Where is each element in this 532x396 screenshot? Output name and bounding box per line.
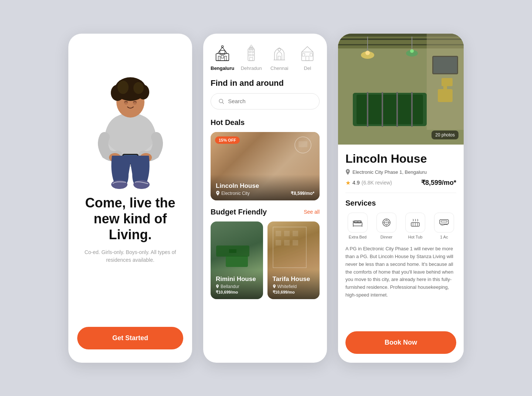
hot-deal-name: Lincoln House xyxy=(216,182,259,190)
svg-point-62 xyxy=(410,49,414,53)
location-icon-detail xyxy=(345,169,350,175)
dinner-icon-box xyxy=(376,213,396,233)
svg-rect-64 xyxy=(357,95,423,124)
tarifa-card[interactable]: Tarifa House Whitefield ₹10,699/mo xyxy=(267,221,320,299)
service-extra-bed: Extra Bed xyxy=(345,213,370,239)
book-now-button[interactable]: Book Now xyxy=(345,331,456,354)
property-hero-svg xyxy=(338,34,464,145)
off-badge: 15% OFF xyxy=(215,136,240,144)
find-label: Find in and around xyxy=(211,78,320,88)
service-ac: 1 Ac xyxy=(432,213,456,239)
divider xyxy=(345,193,456,193)
hot-tub-icon xyxy=(410,218,420,227)
property-hero: 20 photos xyxy=(338,34,464,145)
budget-header: Budget Friendly See all xyxy=(211,208,320,216)
hot-tub-label: Hot Tub xyxy=(408,235,423,239)
city-tab-bengaluru[interactable]: Bengaluru xyxy=(211,44,234,71)
price: ₹8,599/mo* xyxy=(421,179,456,187)
svg-rect-30 xyxy=(252,54,253,55)
chennai-label: Chennai xyxy=(270,65,288,71)
deal-decoration xyxy=(292,136,314,156)
hot-deal-card[interactable]: 15% OFF Lincoln House Electronic City ₹8… xyxy=(211,132,320,200)
tagline: Come, live the new kind of Living. xyxy=(77,195,183,243)
hot-deal-price: ₹8,599/mo* xyxy=(291,191,314,196)
delhi-icon xyxy=(298,44,317,63)
svg-point-14 xyxy=(111,180,127,189)
svg-rect-42 xyxy=(299,141,307,147)
search-input[interactable] xyxy=(228,98,312,104)
rating-price-row: ★ 4.9 (6.8K review) ₹8,599/mo* xyxy=(345,179,456,187)
svg-rect-34 xyxy=(278,56,281,60)
extra-bed-icon-box xyxy=(348,213,368,233)
hot-deal-info: Lincoln House Electronic City xyxy=(216,182,259,196)
hot-deals-title: Hot Deals xyxy=(211,118,320,127)
dehradun-label: Dehradun xyxy=(241,65,262,71)
property-details: Lincoln House Electronic City Phase 1, B… xyxy=(338,145,464,363)
hot-deal-loc-text: Electronic City xyxy=(221,191,250,196)
pool-table-icon xyxy=(214,242,251,260)
svg-rect-48 xyxy=(293,231,298,236)
city-tab-dehradun[interactable]: Dehradun xyxy=(240,44,262,71)
dehradun-icon xyxy=(242,44,261,63)
rimini-info: Rimini House Bellandur ₹10,699/mo xyxy=(216,275,256,295)
svg-rect-28 xyxy=(252,51,253,53)
svg-rect-91 xyxy=(441,221,447,222)
svg-point-59 xyxy=(365,51,370,55)
hero-image xyxy=(77,34,183,189)
see-all-button[interactable]: See all xyxy=(304,209,320,215)
rimini-card[interactable]: Rimini House Bellandur ₹10,699/mo xyxy=(211,221,263,299)
svg-rect-24 xyxy=(249,47,253,50)
svg-rect-27 xyxy=(249,51,250,53)
get-started-button[interactable]: Get Started xyxy=(77,327,183,349)
svg-rect-44 xyxy=(229,249,236,253)
svg-rect-74 xyxy=(427,34,464,130)
svg-rect-49 xyxy=(276,240,281,246)
budget-title: Budget Friendly xyxy=(211,208,267,216)
screens-container: Come, live the new kind of Living. Co-ed… xyxy=(54,19,478,378)
location-icon-rimini xyxy=(216,284,219,288)
city-tab-chennai[interactable]: Chennai xyxy=(268,44,290,71)
rimini-name: Rimini House xyxy=(216,275,256,283)
building-decoration xyxy=(271,225,308,270)
service-dinner: Dinner xyxy=(374,213,399,239)
extra-bed-label: Extra Bed xyxy=(349,235,366,239)
bed-icon xyxy=(352,219,363,227)
svg-rect-36 xyxy=(306,56,309,60)
photos-badge: 20 photos xyxy=(432,131,458,139)
property-name: Lincoln House xyxy=(345,152,456,166)
rimini-location: Bellandur xyxy=(216,284,256,289)
chennai-icon xyxy=(270,44,289,63)
rating: ★ 4.9 (6.8K review) xyxy=(345,179,392,186)
city-tab-delhi[interactable]: Del xyxy=(296,44,318,71)
dinner-label: Dinner xyxy=(381,235,392,239)
svg-rect-51 xyxy=(293,240,298,246)
services-grid: Extra Bed Dinner xyxy=(345,213,456,239)
svg-line-40 xyxy=(222,102,224,104)
tarifa-location: Whitefield xyxy=(273,284,310,289)
bengaluru-label: Bengaluru xyxy=(211,65,234,71)
hot-tub-icon-box xyxy=(405,213,425,233)
search-icon xyxy=(218,98,224,105)
svg-rect-16 xyxy=(216,54,229,61)
person-illustration xyxy=(82,48,178,189)
property-location: Electronic City Phase 1, Bengaluru xyxy=(345,169,456,175)
search-bar[interactable] xyxy=(211,93,320,109)
ac-icon xyxy=(439,219,449,227)
svg-rect-37 xyxy=(302,54,305,56)
svg-point-7 xyxy=(133,82,144,94)
rimini-price: ₹10,699/mo xyxy=(216,290,256,295)
ac-icon-box xyxy=(434,213,454,233)
svg-rect-46 xyxy=(276,231,281,236)
hot-deal-location: Electronic City xyxy=(216,191,259,196)
subtitle: Co-ed. Girls-only. Boys-only. All types … xyxy=(77,248,183,264)
rating-value: 4.9 xyxy=(352,180,359,186)
svg-point-32 xyxy=(278,48,281,51)
svg-point-6 xyxy=(117,81,129,94)
svg-rect-29 xyxy=(249,54,250,55)
location-icon xyxy=(216,191,220,196)
review-count: (6.8K review) xyxy=(361,180,392,186)
screen-onboarding: Come, live the new kind of Living. Co-ed… xyxy=(68,34,192,363)
dinner-icon xyxy=(382,218,391,227)
svg-rect-20 xyxy=(225,56,226,60)
location-icon-tarifa xyxy=(273,284,276,288)
